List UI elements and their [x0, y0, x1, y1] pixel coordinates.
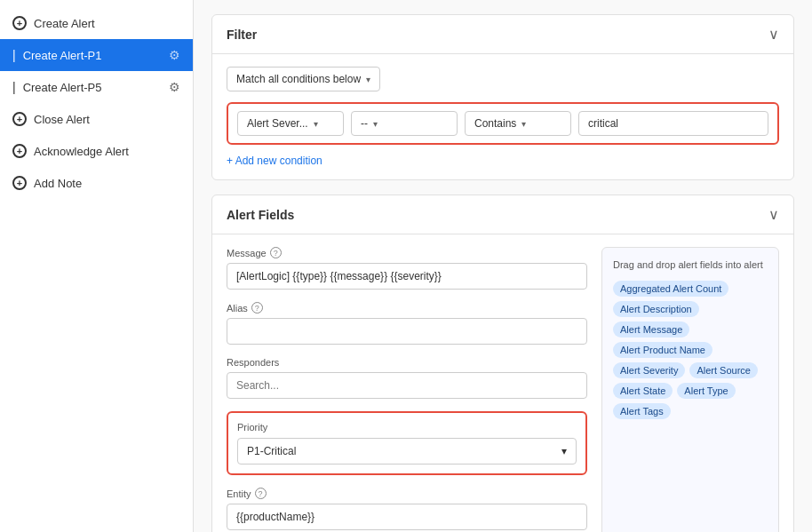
filter-header: Filter ∨ — [212, 15, 793, 54]
plus-icon: + — [12, 16, 27, 30]
operator1-label: -- — [361, 117, 368, 130]
priority-group: Priority P1-Critical ▾ — [227, 411, 587, 475]
info-icon: ? — [251, 302, 263, 314]
chevron-down-icon: ▾ — [521, 119, 526, 129]
gear-icon[interactable]: ⚙ — [169, 48, 180, 62]
priority-value: P1-Critical — [247, 445, 296, 457]
tag-aggregated-alert-count[interactable]: Aggregated Alert Count — [613, 281, 728, 297]
alias-group: Alias ? — [227, 302, 587, 345]
match-select-label: Match all conditions below — [236, 73, 361, 85]
message-label: Message ? — [227, 247, 587, 258]
alert-fields-section: Alert Fields ∨ Message ? Alias ? — [211, 195, 794, 532]
plus-icon: + — [12, 176, 27, 190]
match-condition-row: Match all conditions below ▾ — [227, 67, 779, 91]
filter-body: Match all conditions below ▾ Alert Sever… — [212, 54, 793, 179]
alert-fields-panel: Drag and drop alert fields into alert Ag… — [601, 247, 779, 532]
sidebar-item-add-note[interactable]: + Add Note — [0, 167, 193, 199]
responders-input[interactable] — [227, 372, 587, 399]
responders-group: Responders — [227, 357, 587, 399]
sidebar-item-acknowledge-alert[interactable]: + Acknowledge Alert — [0, 135, 193, 167]
entity-input[interactable] — [227, 504, 587, 530]
sidebar-item-close-alert[interactable]: + Close Alert — [0, 103, 193, 135]
sidebar-item-label: Add Note — [34, 177, 82, 190]
fields-left: Message ? Alias ? Responders — [227, 247, 587, 532]
pipe-icon: | — [12, 80, 16, 94]
pipe-icon: | — [12, 48, 16, 62]
tag-alert-source[interactable]: Alert Source — [689, 362, 758, 378]
info-icon: ? — [270, 247, 282, 258]
info-icon: ? — [255, 488, 267, 499]
sidebar-item-label: Create Alert-P1 — [23, 49, 102, 62]
priority-label: Priority — [237, 422, 577, 433]
tag-alert-severity[interactable]: Alert Severity — [613, 362, 685, 378]
message-input[interactable] — [227, 263, 587, 290]
chevron-down-icon: ▾ — [561, 445, 567, 457]
chevron-down-icon: ▾ — [314, 119, 318, 129]
drag-hint: Drag and drop alert fields into alert — [613, 258, 768, 272]
field-select[interactable]: Alert Sever... ▾ — [237, 111, 344, 136]
sidebar-item-create-alert-p5[interactable]: | Create Alert-P5 ⚙ — [0, 71, 193, 103]
plus-icon: + — [12, 112, 27, 126]
alert-fields-header: Alert Fields ∨ — [212, 195, 793, 234]
plus-icon: + — [12, 144, 27, 158]
entity-group: Entity ? — [227, 488, 587, 530]
tag-alert-description[interactable]: Alert Description — [613, 301, 699, 317]
field-select-label: Alert Sever... — [247, 117, 308, 130]
tag-group: Aggregated Alert Count Alert Description… — [613, 281, 768, 419]
chevron-down-icon: ▾ — [366, 75, 370, 84]
main-content: Filter ∨ Match all conditions below ▾ Al… — [194, 0, 812, 532]
operator2-select[interactable]: Contains ▾ — [465, 111, 571, 136]
alias-input[interactable] — [227, 318, 587, 345]
sidebar: + Create Alert | Create Alert-P1 ⚙ | Cre… — [0, 0, 194, 532]
filter-section: Filter ∨ Match all conditions below ▾ Al… — [211, 14, 794, 180]
filter-title: Filter — [227, 28, 257, 42]
tag-alert-tags[interactable]: Alert Tags — [613, 403, 671, 419]
alert-fields-title: Alert Fields — [227, 208, 294, 222]
fields-body: Message ? Alias ? Responders — [212, 234, 793, 532]
tag-alert-state[interactable]: Alert State — [613, 383, 673, 399]
tag-alert-message[interactable]: Alert Message — [613, 322, 689, 337]
operator1-select[interactable]: -- ▾ — [351, 111, 458, 136]
alias-label: Alias ? — [227, 302, 587, 314]
condition-row: Alert Sever... ▾ -- ▾ Contains ▾ — [227, 102, 779, 145]
sidebar-item-label: Close Alert — [34, 113, 90, 126]
priority-select[interactable]: P1-Critical ▾ — [237, 438, 577, 465]
alert-fields-collapse-icon[interactable]: ∨ — [768, 206, 779, 223]
gear-icon[interactable]: ⚙ — [169, 80, 180, 94]
condition-value-input[interactable] — [578, 111, 768, 136]
tag-alert-type[interactable]: Alert Type — [677, 383, 735, 399]
sidebar-item-create-alert-p1[interactable]: | Create Alert-P1 ⚙ — [0, 39, 193, 71]
filter-collapse-icon[interactable]: ∨ — [768, 26, 779, 43]
match-select[interactable]: Match all conditions below ▾ — [227, 67, 380, 91]
responders-label: Responders — [227, 357, 587, 368]
sidebar-item-create-alert[interactable]: + Create Alert — [0, 7, 193, 39]
sidebar-item-label: Acknowledge Alert — [34, 145, 129, 158]
sidebar-item-label: Create Alert — [34, 17, 95, 30]
sidebar-item-label: Create Alert-P5 — [23, 81, 102, 94]
entity-label: Entity ? — [227, 488, 587, 499]
tag-alert-product-name[interactable]: Alert Product Name — [613, 342, 712, 358]
message-group: Message ? — [227, 247, 587, 290]
chevron-down-icon: ▾ — [373, 119, 378, 129]
add-condition-link[interactable]: + Add new condition — [227, 155, 322, 167]
operator2-label: Contains — [474, 117, 516, 130]
